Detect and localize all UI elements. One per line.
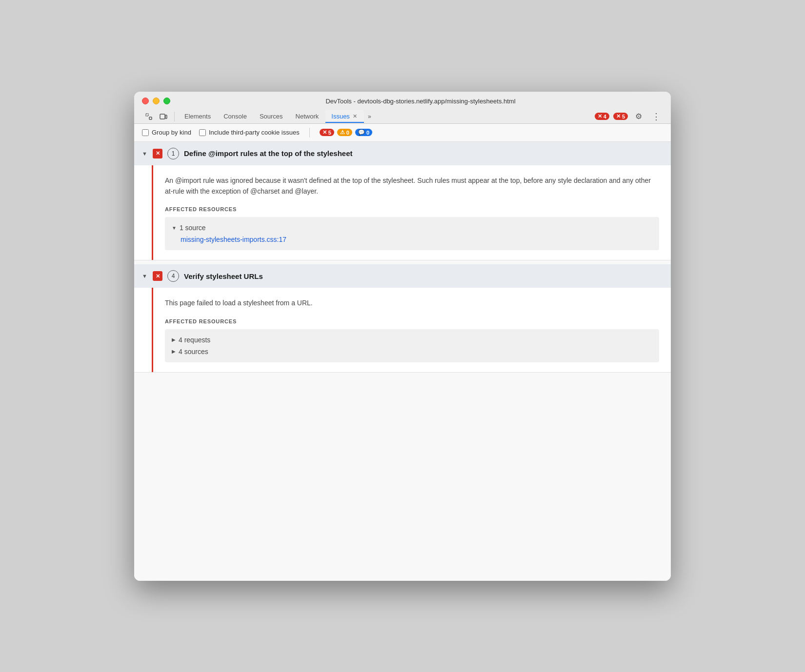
minimize-button[interactable]: – bbox=[153, 98, 160, 104]
svg-rect-1 bbox=[149, 117, 152, 119]
toolbar-warning-icon: ⚠ bbox=[340, 129, 345, 136]
issue-1-resource-link[interactable]: missing-stylesheets-imports.css:17 bbox=[181, 234, 652, 245]
toolbar-badges: ✕ 5 ⚠ 0 💬 0 bbox=[320, 129, 372, 136]
svg-rect-0 bbox=[146, 114, 148, 116]
group-by-kind-label[interactable]: Group by kind bbox=[142, 129, 191, 136]
issue-2-error-icon: ✕ bbox=[153, 271, 162, 281]
window-controls: × – + bbox=[142, 98, 170, 104]
settings-button[interactable]: ⚙ bbox=[632, 110, 645, 123]
issue-1-affected-label: AFFECTED RESOURCES bbox=[165, 206, 659, 212]
issues-content: ▼ ✕ 1 Define @import rules at the top of… bbox=[134, 142, 671, 581]
issue-1-count-badge: 1 bbox=[167, 148, 179, 159]
tab-issues[interactable]: Issues ✕ bbox=[325, 110, 364, 123]
issue-1-body: An @import rule was ignored because it w… bbox=[152, 165, 671, 260]
tab-badges-area: ✕ 4 ✕ 5 ⚙ ⋮ bbox=[595, 110, 663, 123]
issue-2-header[interactable]: ▼ ✕ 4 Verify stylesheet URLs bbox=[134, 264, 671, 288]
tab-elements[interactable]: Elements bbox=[179, 110, 217, 123]
issue-2-affected-label: AFFECTED RESOURCES bbox=[165, 318, 659, 324]
devtools-window: × – + DevTools - devtools-dbg-stories.ne… bbox=[134, 92, 671, 581]
sources2-chevron-icon: ▶ bbox=[172, 349, 176, 354]
issues-toolbar: Group by kind Include third-party cookie… bbox=[134, 124, 671, 142]
issue-1-link-row: missing-stylesheets-imports.css:17 bbox=[172, 234, 652, 245]
issue-2-count-badge: 4 bbox=[167, 270, 179, 282]
error-badge-2: ✕ 5 bbox=[613, 113, 628, 120]
issue-2-requests-row[interactable]: ▶ 4 requests bbox=[172, 334, 652, 346]
svg-rect-3 bbox=[165, 115, 167, 119]
error-x-icon: ✕ bbox=[598, 113, 602, 119]
toolbar-info-icon: 💬 bbox=[358, 129, 365, 136]
title-bar: × – + DevTools - devtools-dbg-stories.ne… bbox=[134, 92, 671, 124]
issue-2-resources-box: ▶ 4 requests ▶ 4 sources bbox=[165, 329, 659, 362]
error-badge-1: ✕ 4 bbox=[595, 113, 609, 120]
error-x-icon-2: ✕ bbox=[616, 113, 621, 119]
device-toolbar-icon[interactable] bbox=[157, 110, 170, 123]
tab-divider-1 bbox=[174, 112, 175, 121]
issue-2-body: This page failed to load a stylesheet fr… bbox=[152, 288, 671, 372]
issue-2-title: Verify stylesheet URLs bbox=[184, 272, 263, 280]
tab-console[interactable]: Console bbox=[218, 110, 253, 123]
issue-1-title: Define @import rules at the top of the s… bbox=[184, 149, 353, 158]
tab-sources[interactable]: Sources bbox=[254, 110, 289, 123]
issue-1-resources-box: ▼ 1 source missing-stylesheets-imports.c… bbox=[165, 217, 659, 250]
issue-1-chevron: ▼ bbox=[142, 151, 148, 157]
issue-item-1: ▼ ✕ 1 Define @import rules at the top of… bbox=[134, 142, 671, 261]
svg-rect-2 bbox=[160, 114, 165, 119]
issue-2-description: This page failed to load a stylesheet fr… bbox=[165, 297, 659, 308]
toolbar-error-badge: ✕ 5 bbox=[320, 129, 334, 136]
devtools-tab-bar: Elements Console Sources Network Issues … bbox=[142, 110, 663, 123]
issue-1-error-icon: ✕ bbox=[153, 149, 162, 158]
issue-1-sources-row[interactable]: ▼ 1 source bbox=[172, 222, 652, 234]
tab-network[interactable]: Network bbox=[290, 110, 325, 123]
close-button[interactable]: × bbox=[142, 98, 149, 104]
maximize-button[interactable]: + bbox=[163, 98, 170, 104]
issue-2-sources-row[interactable]: ▶ 4 sources bbox=[172, 346, 652, 357]
sources-chevron-icon: ▼ bbox=[172, 225, 177, 231]
toolbar-error-icon: ✕ bbox=[322, 129, 327, 136]
inspect-element-icon[interactable] bbox=[142, 110, 156, 123]
toolbar-info-badge: 💬 0 bbox=[355, 129, 372, 136]
more-options-button[interactable]: ⋮ bbox=[649, 110, 663, 123]
toolbar-warning-badge: ⚠ 0 bbox=[337, 129, 352, 136]
issue-2-chevron: ▼ bbox=[142, 273, 148, 279]
issue-1-description: An @import rule was ignored because it w… bbox=[165, 175, 659, 197]
requests-chevron-icon: ▶ bbox=[172, 337, 176, 342]
issue-item-2: ▼ ✕ 4 Verify stylesheet URLs This page f… bbox=[134, 264, 671, 372]
window-title: DevTools - devtools-dbg-stories.netlify.… bbox=[178, 98, 663, 105]
group-by-kind-checkbox[interactable] bbox=[142, 129, 149, 136]
third-party-cookies-label[interactable]: Include third-party cookie issues bbox=[199, 129, 300, 136]
issue-1-header[interactable]: ▼ ✕ 1 Define @import rules at the top of… bbox=[134, 142, 671, 165]
more-tabs-button[interactable]: » bbox=[365, 111, 374, 122]
third-party-cookies-checkbox[interactable] bbox=[199, 129, 206, 136]
toolbar-divider bbox=[309, 128, 310, 138]
close-issues-tab-btn[interactable]: ✕ bbox=[352, 113, 358, 119]
